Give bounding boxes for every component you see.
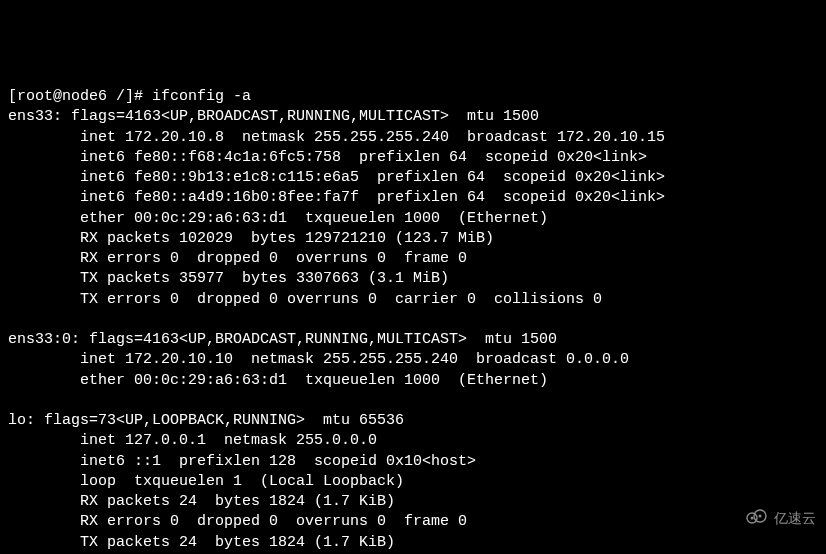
iface-line: inet6 fe80::a4d9:16b0:8fee:fa7f prefixle… xyxy=(8,189,665,206)
iface-line: inet6 fe80::9b13:e1c8:c115:e6a5 prefixle… xyxy=(8,169,665,186)
iface-line: RX errors 0 dropped 0 overruns 0 frame 0 xyxy=(8,250,467,267)
iface-line: RX packets 24 bytes 1824 (1.7 KiB) xyxy=(8,493,395,510)
iface-line: ether 00:0c:29:a6:63:d1 txqueuelen 1000 … xyxy=(8,372,548,389)
shell-prompt: [root@node6 /]# xyxy=(8,88,152,105)
iface-line: inet 172.20.10.8 netmask 255.255.255.240… xyxy=(8,129,665,146)
iface-header-ens33: ens33: flags=4163<UP,BROADCAST,RUNNING,M… xyxy=(8,108,539,125)
command-text: ifconfig -a xyxy=(152,88,251,105)
iface-header-ens33-0: ens33:0: flags=4163<UP,BROADCAST,RUNNING… xyxy=(8,331,557,348)
iface-header-lo: lo: flags=73<UP,LOOPBACK,RUNNING> mtu 65… xyxy=(8,412,404,429)
iface-line: TX packets 35977 bytes 3307663 (3.1 MiB) xyxy=(8,270,449,287)
iface-line: loop txqueuelen 1 (Local Loopback) xyxy=(8,473,404,490)
iface-line: inet 172.20.10.10 netmask 255.255.255.24… xyxy=(8,351,629,368)
iface-line: RX packets 102029 bytes 129721210 (123.7… xyxy=(8,230,494,247)
iface-line: inet6 fe80::f68:4c1a:6fc5:758 prefixlen … xyxy=(8,149,647,166)
terminal-output[interactable]: [root@node6 /]# ifconfig -a ens33: flags… xyxy=(8,87,818,554)
iface-line: ether 00:0c:29:a6:63:d1 txqueuelen 1000 … xyxy=(8,210,548,227)
iface-line: RX errors 0 dropped 0 overruns 0 frame 0 xyxy=(8,513,467,530)
iface-line: TX packets 24 bytes 1824 (1.7 KiB) xyxy=(8,534,395,551)
iface-line: inet 127.0.0.1 netmask 255.0.0.0 xyxy=(8,432,377,449)
iface-line: TX errors 0 dropped 0 overruns 0 carrier… xyxy=(8,291,602,308)
iface-line: inet6 ::1 prefixlen 128 scopeid 0x10<hos… xyxy=(8,453,476,470)
